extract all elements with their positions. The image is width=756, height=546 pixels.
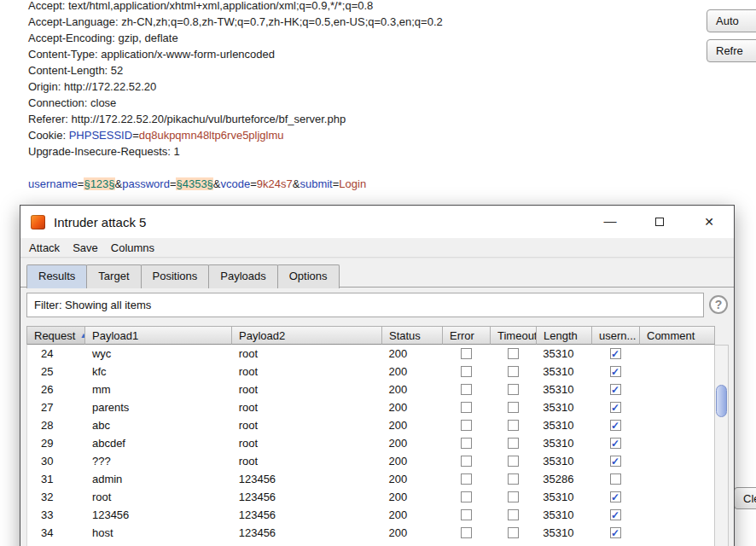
tab-bar: ResultsTargetPositionsPayloadsOptions [20,258,734,288]
error-checkbox[interactable] [461,456,472,467]
error-cell [442,524,490,542]
table-row[interactable]: 31admin12345620035286 [27,470,714,488]
error-cell [442,434,490,452]
comment-cell [639,380,714,398]
scrollbar-thumb[interactable] [716,385,727,417]
timeout-checkbox[interactable] [508,402,519,413]
table-row[interactable]: 27parentsroot20035310✓ [27,398,714,416]
username-checkbox[interactable] [610,473,621,485]
maximize-button[interactable] [635,206,684,238]
error-checkbox[interactable] [461,527,472,538]
timeout-checkbox[interactable] [508,438,519,449]
column-header-comment[interactable]: Comment [640,326,715,345]
table-row[interactable]: 29abcdefroot20035310✓ [27,434,714,452]
request-line: Accept-Encoding: gzip, deflate [28,30,443,46]
timeout-checkbox[interactable] [508,348,519,359]
tab-results[interactable]: Results [26,264,87,288]
request-cell: 28 [27,416,85,434]
help-button[interactable]: ? [709,295,728,314]
error-checkbox[interactable] [461,366,472,377]
auto-button[interactable]: Auto [707,9,756,32]
username-checkbox[interactable]: ✓ [610,509,621,520]
error-checkbox[interactable] [461,473,472,485]
error-checkbox[interactable] [461,402,472,413]
menu-columns[interactable]: Columns [111,241,154,254]
payload1-cell: wyc [85,345,232,363]
column-header-usern[interactable]: usern... [592,326,640,345]
request-line: Content-Length: 52 [28,62,443,78]
error-checkbox[interactable] [461,491,472,502]
vertical-scrollbar[interactable] [714,345,729,546]
column-header-error[interactable]: Error [443,326,491,345]
length-cell: 35310 [536,452,591,470]
request-cell: 32 [27,488,85,506]
timeout-checkbox[interactable] [508,527,519,538]
column-header-status[interactable]: Status [382,326,443,345]
error-checkbox[interactable] [461,438,472,449]
error-checkbox[interactable] [461,348,472,359]
refresh-button[interactable]: Refre [707,39,756,62]
table-row[interactable]: 28abcroot20035310✓ [27,416,714,434]
status-cell: 200 [382,416,443,434]
username-checkbox[interactable]: ✓ [610,491,621,502]
request-text: & [115,177,123,190]
table-row[interactable]: 34host12345620035310✓ [27,524,714,542]
column-header-length[interactable]: Length [537,326,592,345]
table-row[interactable]: 3312345612345620035310✓ [27,506,714,524]
length-cell: 35310 [536,524,591,542]
close-icon: ✕ [704,215,714,229]
username-cell: ✓ [591,488,639,506]
username-checkbox[interactable]: ✓ [610,527,621,538]
request-text: Login [339,177,366,190]
username-checkbox[interactable]: ✓ [610,456,621,467]
request-editor[interactable]: Accept: text/html,application/xhtml+xml,… [28,0,443,192]
username-checkbox[interactable]: ✓ [610,438,621,449]
username-checkbox[interactable]: ✓ [610,402,621,413]
tab-payloads[interactable]: Payloads [208,264,277,288]
error-checkbox[interactable] [461,384,472,395]
titlebar[interactable]: Intruder attack 5 — ✕ [20,206,734,238]
column-header-label: Status [389,329,421,342]
username-checkbox[interactable]: ✓ [610,420,621,431]
clear-button[interactable]: Clea [734,487,756,509]
status-cell: 200 [382,380,443,398]
username-cell: ✓ [591,345,639,363]
timeout-checkbox[interactable] [508,384,519,395]
request-text: = [132,129,139,142]
timeout-checkbox[interactable] [508,473,519,485]
minimize-button[interactable]: — [585,206,635,238]
table-row[interactable]: 25kfcroot20035310✓ [27,363,714,380]
timeout-checkbox[interactable] [508,366,519,377]
username-checkbox[interactable]: ✓ [610,384,621,395]
column-header-payload1[interactable]: Payload1 [85,326,232,345]
request-text: username [28,177,78,190]
length-cell: 35310 [536,345,591,363]
error-checkbox[interactable] [461,420,472,431]
username-cell: ✓ [591,380,639,398]
tab-options[interactable]: Options [277,264,340,288]
timeout-checkbox[interactable] [508,491,519,502]
tab-positions[interactable]: Positions [141,264,210,288]
length-cell: 35310 [536,488,591,506]
filter-bar[interactable]: Filter: Showing all items [26,293,704,317]
username-checkbox[interactable]: ✓ [610,366,621,377]
table-row[interactable]: 30???root20035310✓ [27,452,714,470]
column-header-timeout[interactable]: Timeout [491,326,537,345]
close-button[interactable]: ✕ [684,206,734,238]
column-header-payload2[interactable]: Payload2 [232,326,382,345]
column-header-request[interactable]: Request▲ [27,326,85,345]
menu-save[interactable]: Save [73,241,98,254]
timeout-checkbox[interactable] [508,456,519,467]
menu-attack[interactable]: Attack [29,241,60,254]
table-row[interactable]: 32root12345620035310✓ [27,488,714,506]
error-checkbox[interactable] [461,509,472,520]
payload1-cell: host [85,524,232,542]
table-row[interactable]: 24wycroot20035310✓ [27,345,714,363]
timeout-checkbox[interactable] [508,509,519,520]
table-row[interactable]: 26mmroot20035310✓ [27,380,714,398]
payload1-cell: 123456 [85,506,232,524]
tab-target[interactable]: Target [86,264,141,288]
timeout-checkbox[interactable] [508,420,519,431]
window-title: Intruder attack 5 [54,215,146,229]
username-checkbox[interactable]: ✓ [610,348,621,359]
